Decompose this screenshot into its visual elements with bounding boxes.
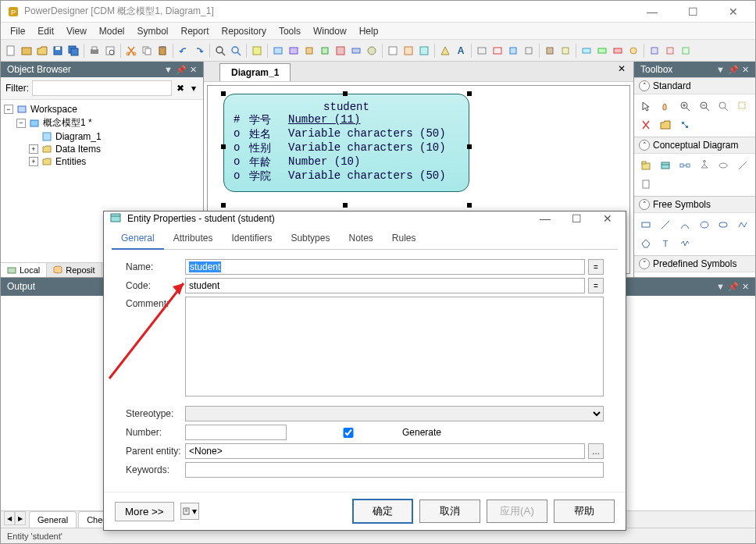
shape-ellipse-icon[interactable] <box>696 216 713 233</box>
panel-auto-hide-icon[interactable]: ▼ <box>716 65 725 75</box>
expander-icon[interactable]: − <box>4 105 13 114</box>
tool-icon-10[interactable] <box>417 44 431 58</box>
menu-view[interactable]: View <box>60 24 93 38</box>
tool-icon-16[interactable] <box>543 44 557 58</box>
tree-entities[interactable]: + Entities <box>4 155 200 168</box>
panel-auto-hide-icon[interactable]: ▼ <box>164 65 173 75</box>
tool-icon-24[interactable] <box>679 44 693 58</box>
link-tool-icon[interactable] <box>734 157 751 174</box>
dialog-minimize-button[interactable]: — <box>533 212 557 225</box>
browser-tab-repository[interactable]: Reposit <box>47 263 102 277</box>
code-input[interactable] <box>185 278 585 293</box>
toolbox-section-conceptual[interactable]: ˄ Conceptual Diagram <box>634 137 755 154</box>
tool-icon-11[interactable] <box>438 44 452 58</box>
tree-data-items[interactable]: + Data Items <box>4 143 200 155</box>
cancel-button[interactable]: 取消 <box>419 500 480 523</box>
shape-line-icon[interactable] <box>657 216 674 233</box>
tool-icon-12[interactable] <box>475 44 489 58</box>
tool-icon-21[interactable] <box>626 44 640 58</box>
new-icon[interactable] <box>4 44 18 58</box>
menu-edit[interactable]: Edit <box>31 24 60 38</box>
find-icon[interactable] <box>213 44 227 58</box>
cut-icon[interactable] <box>124 44 138 58</box>
panel-close-icon[interactable]: ✕ <box>742 65 749 75</box>
browser-tab-local[interactable]: Local <box>1 263 47 277</box>
filter-clear-icon[interactable]: ✖ <box>175 81 185 95</box>
new-project-icon[interactable] <box>20 44 34 58</box>
redo-icon[interactable] <box>192 44 206 58</box>
package-tool-icon[interactable] <box>637 157 654 174</box>
properties-icon[interactable] <box>250 44 264 58</box>
diagram-close-icon[interactable]: ✕ <box>610 62 633 81</box>
panel-close-icon[interactable]: ✕ <box>190 65 197 75</box>
panel-pin-icon[interactable]: 📌 <box>728 282 739 292</box>
open-icon[interactable] <box>35 44 49 58</box>
code-lock-button[interactable]: = <box>588 278 604 293</box>
options-dropdown-button[interactable]: ▾ <box>180 503 199 520</box>
tool-icon-20[interactable] <box>611 44 625 58</box>
output-tab-general[interactable]: General <box>29 511 77 528</box>
zoom-fit-icon[interactable] <box>715 98 732 115</box>
paste-icon[interactable] <box>155 44 169 58</box>
open-folder-icon[interactable] <box>657 116 674 133</box>
shape-polygon-icon[interactable] <box>637 235 654 252</box>
shape-rect-icon[interactable] <box>637 216 654 233</box>
dialog-maximize-button[interactable]: ☐ <box>565 212 588 225</box>
entity-student[interactable]: student #学号Number (11) o姓名Variable chara… <box>223 94 469 192</box>
tab-notes[interactable]: Notes <box>339 228 382 249</box>
tab-identifiers[interactable]: Identifiers <box>222 228 281 249</box>
shape-arc-icon[interactable] <box>676 216 694 233</box>
toolbox-section-predefined[interactable]: ˅ Predefined Symbols <box>634 255 755 272</box>
cut-tool-icon[interactable] <box>637 116 654 133</box>
tab-rules[interactable]: Rules <box>383 228 426 249</box>
copy-icon[interactable] <box>140 44 154 58</box>
more-button[interactable]: More >> <box>115 502 174 521</box>
file-tool-icon[interactable] <box>637 176 654 193</box>
tool-icon-1[interactable] <box>271 44 285 58</box>
close-button[interactable]: ✕ <box>718 5 749 18</box>
expander-icon[interactable]: + <box>29 144 38 154</box>
save-icon[interactable] <box>51 44 65 58</box>
expander-icon[interactable]: + <box>29 157 38 166</box>
shape-text-icon[interactable]: T <box>657 235 674 252</box>
text-tool-icon[interactable]: A <box>454 44 468 58</box>
tab-attributes[interactable]: Attributes <box>164 228 223 249</box>
hand-tool-icon[interactable] <box>657 98 674 115</box>
tool-icon-7[interactable] <box>365 44 379 58</box>
tool-icon-6[interactable] <box>349 44 363 58</box>
number-input[interactable] <box>185 425 287 440</box>
tab-general[interactable]: General <box>112 228 164 250</box>
tool-icon-14[interactable] <box>506 44 520 58</box>
filter-options-icon[interactable]: ▾ <box>188 81 198 95</box>
menu-symbol[interactable]: Symbol <box>131 24 175 38</box>
zoom-in-icon[interactable] <box>676 98 694 115</box>
menu-window[interactable]: Window <box>307 24 353 38</box>
inheritance-tool-icon[interactable] <box>696 157 713 174</box>
shape-zigzag-icon[interactable] <box>676 235 694 252</box>
keywords-input[interactable] <box>185 462 604 478</box>
tool-icon-9[interactable] <box>401 44 415 58</box>
tool-icon-23[interactable] <box>663 44 677 58</box>
dialog-titlebar[interactable]: Entity Properties - student (student) — … <box>104 212 626 225</box>
tool-icon-15[interactable] <box>522 44 536 58</box>
tab-subtypes[interactable]: Subtypes <box>281 228 339 249</box>
stereotype-select[interactable] <box>185 406 604 421</box>
save-all-icon[interactable] <box>66 44 80 58</box>
panel-pin-icon[interactable]: 📌 <box>176 65 187 75</box>
tree-model[interactable]: − 概念模型1 * <box>4 116 200 130</box>
panel-close-icon[interactable]: ✕ <box>742 282 749 292</box>
name-input[interactable]: student <box>185 259 585 275</box>
shape-rounded-icon[interactable] <box>715 216 732 233</box>
tool-icon-8[interactable] <box>386 44 400 58</box>
shape-polyline-icon[interactable] <box>734 216 751 233</box>
help-button[interactable]: 帮助 <box>554 500 615 523</box>
toolbox-section-free[interactable]: ˄ Free Symbols <box>634 196 755 213</box>
menu-file[interactable]: File <box>4 24 31 38</box>
filter-input[interactable] <box>32 80 172 96</box>
scroll-left-icon[interactable]: ◀ <box>4 511 15 525</box>
toolbox-section-standard[interactable]: ˄ Standard <box>634 77 755 94</box>
relationship-tool-icon[interactable] <box>676 157 694 174</box>
print-icon[interactable] <box>87 44 102 58</box>
tool-icon-22[interactable] <box>647 44 662 58</box>
menu-model[interactable]: Model <box>93 24 131 38</box>
